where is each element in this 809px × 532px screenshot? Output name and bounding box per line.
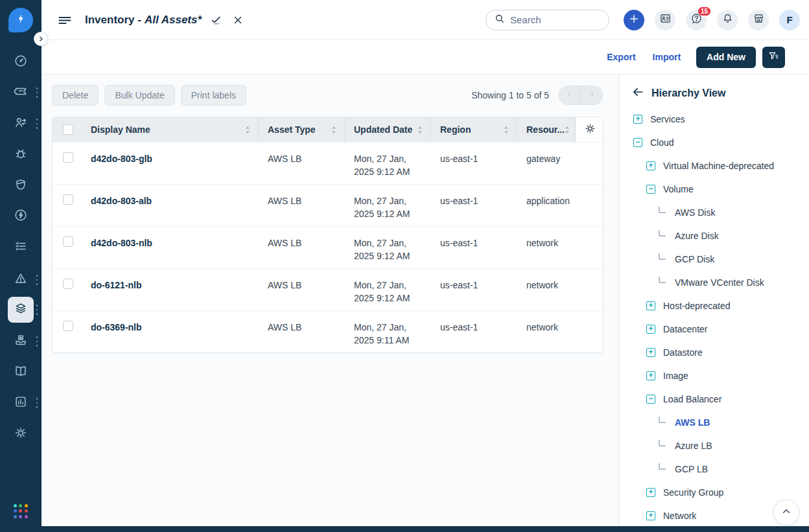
assets-overflow-menu[interactable] [34, 305, 40, 315]
tree-item-azure-disk[interactable]: Azure Disk [620, 224, 809, 248]
tree-item-volume[interactable]: −Volume [620, 178, 809, 201]
print-labels-button[interactable]: Print labels [181, 85, 246, 106]
tree-item-aws-disk[interactable]: AWS Disk [620, 201, 809, 224]
tree-item-label[interactable]: AWS LB [675, 417, 710, 428]
tree-item-vmware-vcenter-disk[interactable]: VMware VCenter Disk [620, 271, 809, 294]
tree-item-label[interactable]: Load Balancer [663, 394, 721, 404]
select-all-checkbox[interactable] [63, 124, 73, 135]
sidebar-item-tickets[interactable] [13, 85, 29, 100]
sidebar-item-alerts[interactable] [13, 272, 29, 288]
row-checkbox[interactable] [63, 321, 73, 331]
cell-display-name[interactable]: d42do-803-nlb [82, 227, 259, 268]
tree-item-label[interactable]: GCP Disk [675, 254, 714, 264]
tree-item-label[interactable]: Host-deprecated [663, 301, 731, 311]
row-checkbox[interactable] [63, 237, 73, 247]
tree-item-load-balancer[interactable]: −Load Balancer [620, 387, 809, 411]
requesters-overflow-menu[interactable] [34, 119, 40, 129]
user-avatar[interactable]: F [779, 10, 800, 30]
sort-icon[interactable] [504, 126, 509, 134]
tree-item-host-deprecated[interactable]: +Host-deprecated [620, 294, 809, 318]
tree-item-label[interactable]: Cloud [650, 137, 674, 148]
tree-item-label[interactable]: Services [650, 114, 685, 124]
tree-item-label[interactable]: Network [663, 511, 696, 521]
row-checkbox[interactable] [63, 279, 73, 289]
tree-toggle-plus-icon[interactable]: + [646, 348, 655, 357]
tree-item-cloud[interactable]: −Cloud [620, 131, 809, 154]
add-new-global-button[interactable] [624, 10, 644, 30]
column-header-display-name[interactable]: Display Name [82, 117, 259, 142]
app-switcher-icon[interactable] [14, 504, 28, 518]
filter-button[interactable] [762, 47, 785, 68]
tree-item-label[interactable]: VMware VCenter Disk [675, 277, 764, 288]
tree-item-virtual-machine-deprecated[interactable]: +Virtual Machine-deprecated [620, 154, 809, 178]
table-row[interactable]: do-6121-nlbAWS LBMon, 27 Jan,2025 9:12 A… [53, 268, 603, 310]
marketplace-button[interactable] [748, 10, 769, 30]
column-header-resource[interactable]: Resour... [517, 117, 575, 142]
cell-display-name[interactable]: do-6121-nlb [82, 269, 259, 310]
tickets-overflow-menu[interactable] [34, 87, 40, 98]
tree-item-label[interactable]: AWS Disk [675, 207, 715, 218]
sidebar-item-requesters[interactable] [13, 116, 29, 132]
tree-item-aws-lb[interactable]: AWS LB [620, 411, 809, 434]
help-button[interactable]: 15 [686, 10, 707, 30]
column-header-asset-type[interactable]: Asset Type [259, 117, 345, 142]
import-button[interactable]: Import [653, 52, 681, 62]
row-checkbox[interactable] [63, 152, 73, 163]
sidebar-item-security[interactable] [13, 178, 29, 194]
sidebar-item-contracts[interactable] [13, 334, 29, 349]
sort-icon[interactable] [565, 126, 570, 134]
table-row[interactable]: d42do-803-albAWS LBMon, 27 Jan,2025 9:12… [53, 184, 603, 226]
tree-item-services[interactable]: +Services [620, 108, 809, 131]
tree-item-label[interactable]: Datacenter [663, 324, 707, 334]
sidebar-expand-button[interactable] [34, 32, 48, 46]
delete-button[interactable]: Delete [52, 85, 99, 106]
sort-icon[interactable] [245, 126, 250, 134]
tree-item-gcp-disk[interactable]: GCP Disk [620, 248, 809, 271]
contact-card-button[interactable] [655, 10, 675, 30]
save-view-icon[interactable] [209, 14, 222, 27]
tree-item-label[interactable]: Azure Disk [675, 231, 719, 241]
back-arrow-icon[interactable] [631, 86, 644, 101]
sidebar-item-assets-active[interactable] [8, 297, 34, 323]
notifications-button[interactable] [717, 10, 738, 30]
tree-item-label[interactable]: Security Group [663, 487, 723, 498]
column-header-updated-date[interactable]: Updated Date [345, 117, 431, 142]
cell-display-name[interactable]: d42do-803-glb [82, 143, 259, 184]
scroll-to-top-button[interactable] [773, 500, 799, 526]
tree-toggle-minus-icon[interactable]: − [646, 185, 655, 194]
sidebar-item-solutions[interactable] [13, 365, 29, 380]
column-header-region[interactable]: Region [431, 117, 517, 142]
sidebar-item-problems[interactable] [13, 147, 29, 163]
global-search[interactable] [486, 10, 609, 30]
app-logo[interactable] [8, 8, 33, 32]
table-row[interactable]: do-6369-nlbAWS LBMon, 27 Jan,2025 9:11 A… [53, 310, 603, 353]
tree-toggle-plus-icon[interactable]: + [646, 161, 655, 170]
tree-toggle-plus-icon[interactable]: + [646, 325, 655, 334]
sidebar-item-tasks[interactable] [13, 240, 29, 255]
table-row[interactable]: d42do-803-glbAWS LBMon, 27 Jan,2025 9:12… [53, 142, 603, 184]
add-new-button[interactable]: Add New [696, 47, 756, 68]
views-menu-icon[interactable] [57, 12, 73, 28]
alerts-overflow-menu[interactable] [34, 275, 40, 285]
close-view-icon[interactable] [232, 14, 244, 26]
sort-icon[interactable] [331, 126, 336, 134]
tree-toggle-plus-icon[interactable]: + [646, 488, 655, 497]
tree-toggle-minus-icon[interactable]: − [633, 138, 642, 147]
sidebar-item-automations[interactable] [13, 209, 29, 224]
table-row[interactable]: d42do-803-nlbAWS LBMon, 27 Jan,2025 9:12… [53, 226, 603, 268]
next-page-button[interactable] [581, 86, 602, 104]
cell-display-name[interactable]: d42do-803-alb [82, 185, 259, 226]
tree-toggle-plus-icon[interactable]: + [646, 301, 655, 310]
row-checkbox[interactable] [63, 194, 73, 205]
analytics-overflow-menu[interactable] [34, 398, 40, 408]
tree-item-label[interactable]: GCP LB [675, 464, 708, 474]
sidebar-item-analytics[interactable] [13, 395, 29, 411]
contracts-overflow-menu[interactable] [34, 336, 40, 347]
tree-toggle-plus-icon[interactable]: + [646, 511, 655, 520]
previous-page-button[interactable] [559, 86, 581, 104]
tree-item-datastore[interactable]: +Datastore [620, 341, 809, 364]
tree-item-label[interactable]: Image [663, 371, 688, 381]
tree-item-label[interactable]: Datastore [663, 347, 703, 358]
tree-item-image[interactable]: +Image [620, 364, 809, 387]
tree-item-datacenter[interactable]: +Datacenter [620, 318, 809, 341]
